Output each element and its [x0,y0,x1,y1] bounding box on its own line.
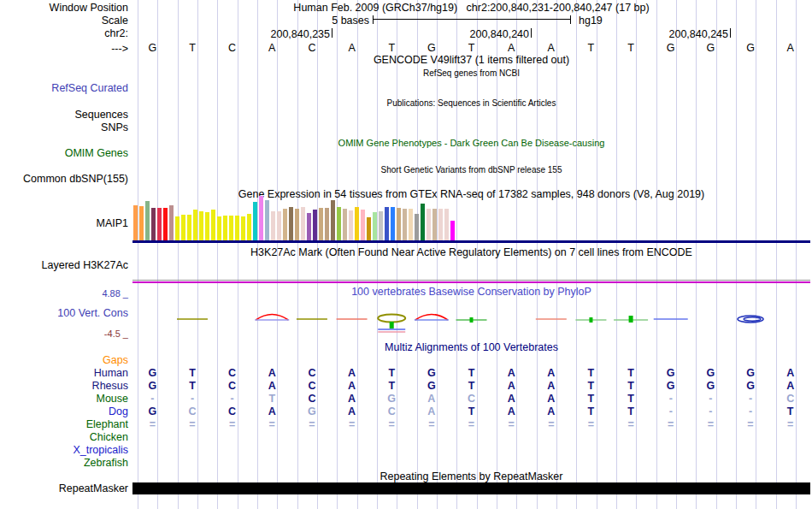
gtex-tissue-bar[interactable] [397,208,401,241]
gtex-tissue-bar[interactable] [289,207,293,241]
phylop-wiggle[interactable] [132,282,810,337]
gtex-tissue-bar[interactable] [139,206,144,241]
gtex-tissue-bar[interactable] [265,200,269,241]
gtex-tissue-bar[interactable] [325,208,329,241]
gtex-tissue-bar[interactable] [379,211,383,241]
species-label[interactable]: Elephant [0,419,128,430]
gtex-tissue-bar[interactable] [247,214,251,241]
gtex-tissue-bar[interactable] [181,215,185,241]
track-title-dbsnp[interactable]: Short Genetic Variants from dbSNP releas… [132,164,810,175]
gtex-tissue-bar[interactable] [337,207,341,241]
align-cell: A [332,406,372,417]
gtex-tissue-bar[interactable] [438,209,443,241]
track-label-100vert-cons[interactable]: 100 Vert. Cons [0,308,128,319]
gtex-tissue-bar[interactable] [259,196,263,241]
gtex-tissue-bar[interactable] [205,212,209,241]
align-cell: = [213,419,252,430]
track-label-h3k27ac[interactable]: Layered H3K27Ac [0,260,128,271]
species-label[interactable]: Zebrafish [0,458,128,469]
track-title-h3k27ac[interactable]: H3K27Ac Mark (Often Found Near Active Re… [132,247,810,258]
gtex-tissue-bar[interactable] [241,216,245,241]
gtex-tissue-bar[interactable] [217,216,221,241]
gtex-tissue-bar[interactable] [432,209,437,241]
repeatmasker-element-bar[interactable] [132,482,810,494]
track-title-repeatmasker[interactable]: Repeating Elements by RepeatMasker [132,471,810,482]
track-label-sequences[interactable]: Sequences [0,109,128,121]
gtex-tissue-bar[interactable] [223,216,227,241]
gtex-tissue-bar[interactable] [163,208,168,241]
gtex-tissue-bar[interactable] [175,216,179,241]
species-label[interactable]: Chicken [0,432,128,443]
gtex-tissue-bar[interactable] [193,210,197,241]
gtex-tissue-bar[interactable] [349,210,353,241]
gtex-tissue-bar[interactable] [229,216,233,241]
gtex-tissue-bar[interactable] [199,211,203,241]
gtex-tissue-bar[interactable] [421,204,425,241]
gtex-tissue-bar[interactable] [295,209,299,241]
align-cell: G [731,381,770,392]
gtex-tissue-bar[interactable] [157,208,162,241]
gtex-tissue-bar[interactable] [319,208,323,241]
gtex-tissue-bar[interactable] [133,205,138,241]
gtex-tissue-bar[interactable] [169,205,174,241]
gtex-tissue-bar[interactable] [301,207,305,241]
assembly-title: Human Feb. 2009 (GRCh37/hg19) [293,2,457,14]
species-label[interactable]: X_tropicalis [0,445,128,456]
gtex-tissue-bar[interactable] [253,202,257,241]
gtex-tissue-bar[interactable] [427,209,431,241]
track-label-refseq-curated[interactable]: RefSeq Curated [0,83,128,94]
align-cell: A [252,381,291,392]
gtex-tissue-bar[interactable] [367,217,371,241]
gtex-tissue-bar[interactable] [151,208,156,241]
gtex-tissue-bar[interactable] [391,207,395,241]
gtex-tissue-bar[interactable] [355,207,359,241]
align-cell: - [651,394,691,405]
align-cell: C [173,406,212,417]
gene-model-line[interactable] [132,240,810,243]
gtex-tissue-bar[interactable] [307,213,311,241]
gtex-tissue-bar[interactable] [235,216,239,241]
species-label[interactable]: Gaps [0,355,128,366]
gtex-tissue-bar[interactable] [450,221,455,241]
align-cell: = [491,419,531,430]
gtex-tissue-bar[interactable] [409,209,413,241]
gtex-tissue-bar[interactable] [343,209,347,241]
gene-label-maip1[interactable]: MAIP1 [0,218,128,229]
gtex-tissue-bar[interactable] [444,209,449,241]
gtex-tissue-bar[interactable] [277,211,281,241]
base-letter: A [532,43,571,54]
track-title-omim[interactable]: OMIM Gene Phenotypes - Dark Green Can Be… [132,138,810,149]
align-cell: G [132,406,172,417]
species-label[interactable]: Human [0,368,128,379]
track-label-dbsnp[interactable]: Common dbSNP(155) [0,174,128,185]
align-cell: = [691,419,730,430]
gtex-tissue-bar[interactable] [187,215,191,241]
gtex-tissue-bar[interactable] [415,214,419,241]
gtex-tissue-bar[interactable] [313,210,317,241]
cons-min-label: -4.5 _ [0,328,128,340]
gtex-tissue-bar[interactable] [403,209,407,241]
track-title-refseq[interactable]: RefSeq genes from NCBI [132,68,810,79]
strand-label: ---> [0,44,128,55]
gtex-tissue-bar[interactable] [283,209,287,241]
track-label-repeatmasker[interactable]: RepeatMasker [0,483,128,494]
species-label[interactable]: Rhesus [0,381,128,392]
track-title-gtex[interactable]: Gene Expression in 54 tissues from GTEx … [132,189,810,200]
align-cell: - [651,406,691,417]
gtex-tissue-bar[interactable] [211,210,215,241]
track-title-gencode[interactable]: GENCODE V49lift37 (1 items filtered out) [132,55,810,66]
species-label[interactable]: Mouse [0,394,128,405]
track-title-multiz[interactable]: Multiz Alignments of 100 Vertebrates [132,342,810,353]
species-label[interactable]: Dog [0,406,128,417]
gtex-tissue-bar[interactable] [271,211,275,241]
track-title-publications[interactable]: Publications: Sequences in Scientific Ar… [132,98,810,109]
gtex-tissue-bar[interactable] [361,210,365,241]
track-label-omim-genes[interactable]: OMIM Genes [0,148,128,159]
align-cell: G [731,368,770,379]
gtex-tissue-bar[interactable] [385,207,389,241]
track-label-snps[interactable]: SNPs [0,122,128,133]
gtex-tissue-bar[interactable] [145,201,150,241]
h3k27ac-signal-line-gray[interactable] [132,280,810,281]
gtex-tissue-bar[interactable] [373,212,377,241]
gtex-tissue-bar[interactable] [331,200,335,241]
